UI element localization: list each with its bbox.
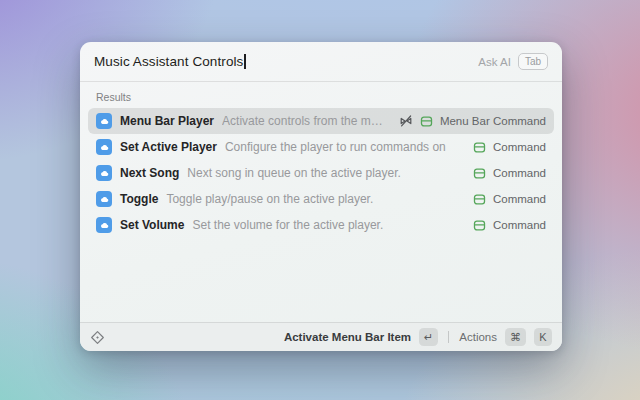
cloud-glyph [99,116,110,127]
cloud-glyph [99,194,110,205]
result-accessory: Command [473,219,546,232]
ask-ai-hint[interactable]: Ask AI Tab [478,53,548,70]
result-subtitle: Next song in queue on the active player. [187,166,400,180]
result-row[interactable]: Menu Bar Player Activate controls from t… [88,108,554,134]
text-cursor [244,54,246,69]
cloud-glyph [99,220,110,231]
result-accessory: Menu Bar Command [399,114,546,128]
menubar-muted-icon [399,114,413,128]
result-subtitle: Activate controls from the menubar [222,114,383,128]
search-header: Music Assistant Controls Ask AI Tab [80,42,562,82]
result-row[interactable]: Toggle Toggle play/pause on the active p… [88,186,554,212]
result-subtitle: Toggle play/pause on the active player. [166,192,373,206]
command-type-icon [420,115,433,128]
result-accessory-label: Command [493,219,546,231]
footer-divider [448,331,449,343]
cmd-key-badge: ⌘ [505,328,526,346]
footer-action-bar: Activate Menu Bar Item ↵ Actions ⌘ K [80,322,562,351]
result-row[interactable]: Next Song Next song in queue on the acti… [88,160,554,186]
result-accessory-label: Menu Bar Command [440,115,546,127]
result-subtitle: Set the volume for the active player. [192,218,383,232]
primary-action-button[interactable]: Activate Menu Bar Item [284,331,411,343]
command-type-icon [473,219,486,232]
result-accessory-label: Command [493,167,546,179]
result-row[interactable]: Set Volume Set the volume for the active… [88,212,554,238]
result-title: Set Active Player [120,140,217,154]
search-input[interactable]: Music Assistant Controls [94,54,478,69]
result-title: Set Volume [120,218,184,232]
result-title: Toggle [120,192,158,206]
ask-ai-label: Ask AI [478,56,511,68]
results-section-label: Results [96,91,546,103]
result-row[interactable]: Set Active Player Configure the player t… [88,134,554,160]
command-type-icon [473,193,486,206]
music-assistant-app-icon [96,165,112,181]
search-query-text: Music Assistant Controls [94,54,243,69]
command-type-icon [473,167,486,180]
music-assistant-app-icon [96,191,112,207]
result-accessory-label: Command [493,141,546,153]
music-assistant-app-icon [96,139,112,155]
launcher-window: Music Assistant Controls Ask AI Tab Resu… [80,42,562,351]
result-title: Menu Bar Player [120,114,214,128]
command-type-icon [473,141,486,154]
result-title: Next Song [120,166,179,180]
enter-key-badge: ↵ [419,328,438,346]
k-key-badge: K [534,328,552,346]
result-accessory: Command [473,193,546,206]
music-assistant-app-icon [96,113,112,129]
results-list: Menu Bar Player Activate controls from t… [80,108,562,238]
result-accessory: Command [473,167,546,180]
result-subtitle: Configure the player to run commands on [225,140,446,154]
actions-button[interactable]: Actions [459,331,497,343]
result-accessory: Command [473,141,546,154]
music-assistant-app-icon [96,217,112,233]
raycast-logo-icon [90,330,105,345]
cloud-glyph [99,168,110,179]
result-accessory-label: Command [493,193,546,205]
tab-key-badge: Tab [518,53,548,70]
cloud-glyph [99,142,110,153]
